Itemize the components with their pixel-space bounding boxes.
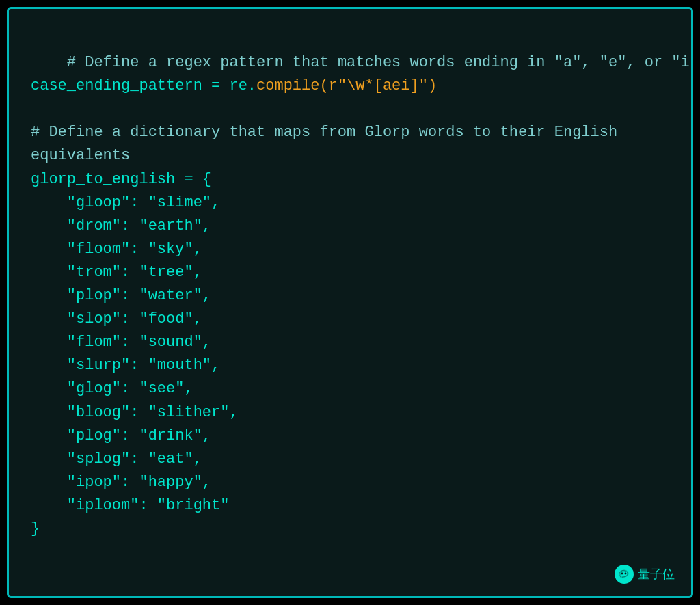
dict-entry-0: "gloop": "slime", <box>67 194 220 211</box>
svg-point-0 <box>621 573 623 575</box>
code-container: # Define a regex pattern that matches wo… <box>7 7 693 598</box>
watermark: 量子位 <box>615 565 675 584</box>
dict-entry-9: "bloog": "slither", <box>67 404 239 421</box>
watermark-text: 量子位 <box>638 566 675 582</box>
dict-entry-8: "glog": "see", <box>67 380 193 397</box>
dict-entry-1: "drom": "earth", <box>67 217 211 234</box>
dict-start: glorp_to_english = { <box>31 171 211 188</box>
code-display: # Define a regex pattern that matches wo… <box>31 28 669 564</box>
dict-entry-7: "slurp": "mouth", <box>67 357 220 374</box>
dict-end: } <box>31 520 40 537</box>
dict-entry-2: "floom": "sky", <box>67 241 202 258</box>
dict-entry-12: "ipop": "happy", <box>67 474 211 491</box>
dict-entry-13: "iploom": "bright" <box>67 497 230 514</box>
dict-entry-11: "splog": "eat", <box>67 451 202 468</box>
dict-entry-4: "plop": "water", <box>67 287 211 304</box>
dict-entry-6: "flom": "sound", <box>67 334 211 351</box>
comment-line-1: # Define a regex pattern that matches wo… <box>67 54 693 71</box>
comment-line-2a: # Define a dictionary that maps from Glo… <box>31 124 617 141</box>
compile-func: compile <box>256 77 319 94</box>
comment-line-2b: equivalents <box>31 147 130 164</box>
dict-entry-5: "slop": "food", <box>67 310 202 327</box>
dict-entry-3: "trom": "tree", <box>67 264 202 281</box>
regex-arg: (r"\w*[aei]") <box>319 77 437 94</box>
dict-entry-10: "plog": "drink", <box>67 427 211 444</box>
var-assignment: case_ending_pattern = re.compile(r"\w*[a… <box>31 77 437 94</box>
svg-point-1 <box>625 573 627 575</box>
wechat-icon <box>615 565 634 584</box>
